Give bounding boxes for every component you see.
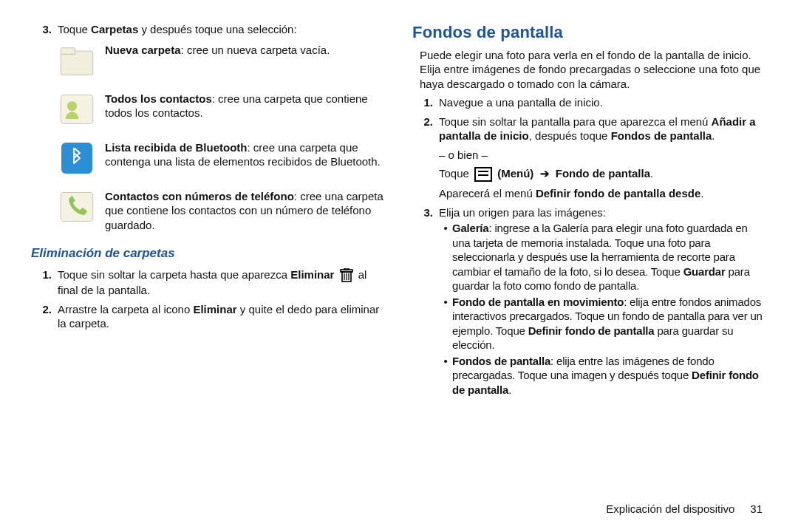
- text: Elija un origen para las imágenes:: [439, 206, 606, 219]
- bullet-text: Galería: ingrese a la Galería para elegi…: [452, 221, 767, 293]
- text: : cree un nueva carpeta vacía.: [181, 44, 330, 56]
- heading-wallpapers: Fondos de pantalla: [412, 22, 767, 44]
- bullet-wallpapers: • Fondos de pantalla: elija entre las im…: [439, 354, 767, 398]
- bold-text: Contactos con números de teléfono: [105, 190, 294, 202]
- svg-rect-2: [61, 95, 92, 123]
- option-bluetooth-list: Lista recibida de Bluetooth: cree una ca…: [58, 139, 386, 177]
- bold-text: Definir fondo de pantalla: [528, 324, 655, 337]
- left-column: 3. Toque Carpetas y después toque una se…: [31, 22, 386, 495]
- text: Toque: [58, 23, 91, 35]
- option-all-contacts: Todos los contactos: cree una carpeta qu…: [58, 90, 386, 129]
- step-3: 3. Toque Carpetas y después toque una se…: [31, 22, 386, 37]
- menu-icon: [474, 167, 492, 182]
- text: Arrastre la carpeta al icono: [58, 303, 193, 316]
- text: Aparecerá el menú: [439, 187, 536, 200]
- option-new-folder: Nueva carpeta: cree un nueva carpeta vac…: [58, 41, 386, 80]
- bullet-dot: •: [439, 295, 452, 352]
- phone-contacts-icon: [58, 188, 96, 226]
- bold-text: Fondos de pantalla: [611, 129, 712, 142]
- bold-text: Nueva carpeta: [105, 44, 181, 56]
- page: 3. Toque Carpetas y después toque una se…: [0, 0, 798, 502]
- bold-text: Eliminar: [193, 303, 236, 316]
- del-step-1: 1. Toque sin soltar la carpeta hasta que…: [31, 267, 386, 298]
- options-list: Nueva carpeta: cree un nueva carpeta vac…: [31, 41, 386, 233]
- step-body: Elija un origen para las imágenes: • Gal…: [439, 205, 767, 399]
- alt-line: Toque (Menú) ➔ Fondo de pantalla.: [439, 166, 767, 182]
- text: Toque sin soltar la carpeta hasta que ap…: [58, 268, 290, 281]
- bullet-text: Fondos de pantalla: elija entre las imág…: [452, 354, 767, 398]
- svg-rect-4: [61, 192, 92, 221]
- arrow-icon: ➔: [540, 166, 550, 181]
- bullet-text: Fondo de pantalla en movimiento: elija e…: [452, 295, 767, 352]
- option-text: Lista recibida de Bluetooth: cree una ca…: [105, 139, 386, 169]
- step-number: 2.: [31, 302, 58, 331]
- right-column: Fondos de pantalla Puede elegir una foto…: [412, 22, 767, 495]
- wall-step-3: 3. Elija un origen para las imágenes: • …: [412, 205, 767, 399]
- footer: Explicación del dispositivo 31: [0, 502, 798, 515]
- svg-point-3: [67, 101, 77, 111]
- bold-text: Carpetas: [91, 23, 138, 35]
- option-phone-contacts: Contactos con números de teléfono: cree …: [58, 188, 386, 233]
- svg-rect-10: [344, 268, 349, 270]
- option-text: Todos los contactos: cree una carpeta qu…: [105, 90, 386, 120]
- bold-text: Fondo de pantalla: [553, 167, 651, 180]
- wall-step-2: 2. Toque sin soltar la pantalla para que…: [412, 115, 767, 201]
- bold-text: Eliminar: [290, 268, 334, 281]
- text: Toque sin soltar la pantalla para que ap…: [439, 115, 712, 128]
- bold-text: Galería: [452, 222, 488, 234]
- text: y después toque una selección:: [138, 23, 296, 35]
- folder-icon: [58, 41, 96, 80]
- wall-step-1: 1. Navegue a una pantalla de inicio.: [412, 95, 767, 110]
- bullet-live-wallpaper: • Fondo de pantalla en movimiento: elija…: [439, 295, 767, 352]
- svg-rect-1: [61, 47, 75, 54]
- step-body: Arrastre la carpeta al icono Eliminar y …: [58, 302, 386, 331]
- option-text: Contactos con números de teléfono: cree …: [105, 188, 386, 233]
- bold-text: (Menú): [494, 167, 537, 180]
- text: .: [508, 383, 511, 396]
- appear-line: Aparecerá el menú Definir fondo de panta…: [439, 186, 767, 201]
- text: .: [700, 187, 703, 200]
- bold-text: Definir fondo de pantalla desde: [536, 187, 700, 200]
- text: .: [712, 129, 715, 142]
- text: .: [650, 167, 653, 180]
- bold-text: Fondo de pantalla en movimiento: [452, 296, 624, 308]
- footer-section: Explicación del dispositivo: [606, 502, 734, 515]
- option-text: Nueva carpeta: cree un nueva carpeta vac…: [105, 41, 386, 58]
- bold-text: Lista recibida de Bluetooth: [105, 141, 248, 154]
- step-body: Toque Carpetas y después toque una selec…: [58, 22, 386, 37]
- bullet-dot: •: [439, 354, 452, 398]
- bold-text: Guardar: [683, 265, 726, 278]
- bold-text: Todos los contactos: [105, 92, 212, 105]
- step-body: Navegue a una pantalla de inicio.: [439, 95, 767, 110]
- step-number: 3.: [31, 22, 58, 37]
- contacts-icon: [58, 90, 96, 129]
- bullet-gallery: • Galería: ingrese a la Galería para ele…: [439, 221, 767, 293]
- heading-delete-folders: Eliminación de carpetas: [31, 245, 386, 262]
- text: Toque: [439, 167, 472, 180]
- trash-icon: [340, 268, 353, 283]
- step-body: Toque sin soltar la pantalla para que ap…: [439, 115, 767, 201]
- or-text: – o bien –: [439, 148, 767, 163]
- step-number: 1.: [412, 95, 439, 110]
- step-body: Toque sin soltar la carpeta hasta que ap…: [58, 267, 386, 298]
- step-number: 1.: [31, 267, 58, 298]
- step-number: 3.: [412, 205, 439, 399]
- bold-text: Fondos de pantalla: [452, 355, 550, 367]
- page-number: 31: [750, 502, 763, 515]
- bullet-dot: •: [439, 221, 452, 293]
- text: , después toque: [529, 129, 611, 142]
- bluetooth-icon: [58, 139, 96, 177]
- del-step-2: 2. Arrastre la carpeta al icono Eliminar…: [31, 302, 386, 331]
- step-number: 2.: [412, 115, 439, 201]
- intro-text: Puede elegir una foto para verla en el f…: [412, 48, 767, 92]
